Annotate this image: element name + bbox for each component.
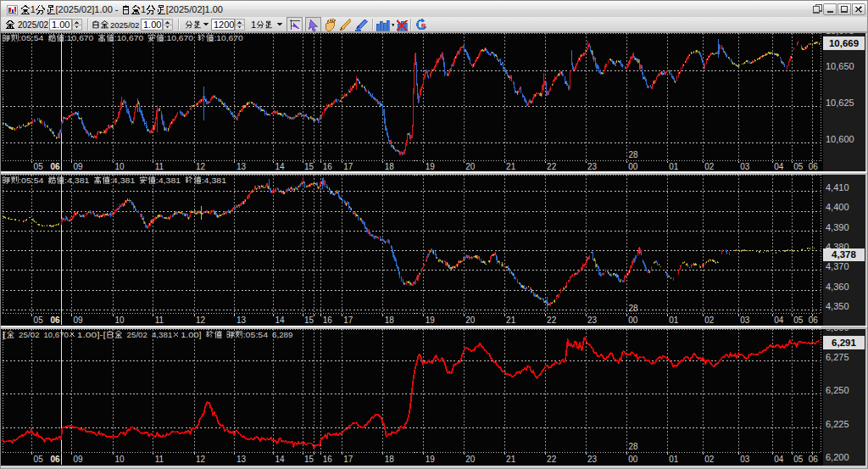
svg-text:04: 04 xyxy=(774,455,784,464)
svg-text:21: 21 xyxy=(506,455,516,464)
svg-text:03: 03 xyxy=(740,162,750,171)
svg-text::4,381: :4,381 xyxy=(202,176,226,185)
svg-text:6,291: 6,291 xyxy=(832,338,856,348)
svg-text:6,275: 6,275 xyxy=(826,352,849,362)
svg-text:15: 15 xyxy=(304,315,314,325)
svg-text::10,670: :10,670 xyxy=(164,33,194,42)
svg-text:05: 05 xyxy=(34,315,44,325)
svg-text:13: 13 xyxy=(236,455,247,464)
svg-text:16: 16 xyxy=(323,315,333,325)
svg-text:4,410: 4,410 xyxy=(826,182,849,193)
svg-text:21: 21 xyxy=(506,162,516,171)
svg-text:4,370: 4,370 xyxy=(826,261,849,271)
svg-text:10,670: 10,670 xyxy=(44,330,70,339)
svg-text:17: 17 xyxy=(343,315,353,325)
svg-text:28: 28 xyxy=(629,442,639,451)
svg-text:02: 02 xyxy=(704,315,715,325)
svg-text:15: 15 xyxy=(304,455,314,464)
svg-text:01: 01 xyxy=(669,315,679,325)
svg-text:05: 05 xyxy=(793,455,804,464)
svg-text:22: 22 xyxy=(547,162,557,171)
svg-text:10: 10 xyxy=(114,315,125,325)
svg-text:6,250: 6,250 xyxy=(826,385,849,395)
svg-text:28: 28 xyxy=(629,304,639,313)
svg-text:02: 02 xyxy=(704,455,715,464)
svg-text::4,381: :4,381 xyxy=(64,176,89,185)
svg-text:22: 22 xyxy=(547,455,557,464)
svg-text:06: 06 xyxy=(809,162,819,171)
svg-text::10,670: :10,670 xyxy=(214,33,243,42)
svg-text:19: 19 xyxy=(426,455,436,464)
svg-text:14: 14 xyxy=(275,315,286,325)
svg-text:6,200: 6,200 xyxy=(826,452,849,462)
svg-text::10,670: :10,670 xyxy=(64,33,94,42)
svg-text:R: R xyxy=(421,22,426,30)
svg-text:05: 05 xyxy=(793,315,804,325)
svg-text:10,650: 10,650 xyxy=(826,61,854,71)
svg-text::4,381: :4,381 xyxy=(110,176,135,185)
svg-text:13: 13 xyxy=(236,162,247,171)
svg-text:06: 06 xyxy=(50,162,60,171)
svg-text:00: 00 xyxy=(628,455,638,464)
svg-text:23: 23 xyxy=(587,162,598,171)
svg-text:1200: 1200 xyxy=(214,20,234,30)
svg-text:20: 20 xyxy=(465,455,476,464)
svg-text:06: 06 xyxy=(809,455,819,464)
svg-text:04: 04 xyxy=(774,315,784,325)
svg-text:4,350: 4,350 xyxy=(826,301,849,311)
svg-text:05: 05 xyxy=(34,162,44,171)
svg-text:28: 28 xyxy=(629,150,639,159)
svg-text:1: 1 xyxy=(31,4,36,14)
svg-text:22: 22 xyxy=(547,315,557,325)
svg-text:1: 1 xyxy=(141,4,146,14)
svg-text:4,378: 4,378 xyxy=(832,249,856,260)
svg-text:18: 18 xyxy=(385,455,395,464)
svg-text:09: 09 xyxy=(74,162,84,171)
svg-text:10,600: 10,600 xyxy=(826,134,854,144)
svg-text:10: 10 xyxy=(114,162,125,171)
svg-text:23: 23 xyxy=(587,455,598,464)
svg-text:6,289: 6,289 xyxy=(272,330,293,339)
svg-text::05:54: :05:54 xyxy=(19,176,44,185)
svg-text:12: 12 xyxy=(196,315,206,325)
svg-text:1.00: 1.00 xyxy=(143,20,161,30)
svg-text:15: 15 xyxy=(304,162,314,171)
svg-text:1.00]: 1.00] xyxy=(181,330,202,339)
svg-text:2025/02: 2025/02 xyxy=(18,20,49,30)
svg-text:04: 04 xyxy=(774,162,784,171)
svg-text:14: 14 xyxy=(275,162,286,171)
svg-text::05:54: :05:54 xyxy=(243,330,269,339)
svg-text:17: 17 xyxy=(343,455,353,464)
svg-text::10,670: :10,670 xyxy=(114,33,144,42)
svg-text:4,360: 4,360 xyxy=(826,282,849,292)
svg-text:01: 01 xyxy=(669,162,679,171)
svg-text:11: 11 xyxy=(155,315,164,325)
svg-text:4,400: 4,400 xyxy=(826,202,849,212)
svg-text:23: 23 xyxy=(587,315,598,325)
svg-text:20: 20 xyxy=(465,315,476,325)
svg-text:06: 06 xyxy=(50,315,60,325)
svg-text:[2025/02]1.00: [2025/02]1.00 xyxy=(166,4,223,14)
svg-text:4,390: 4,390 xyxy=(826,222,849,232)
svg-text:4,381: 4,381 xyxy=(152,330,173,339)
svg-text:00: 00 xyxy=(628,315,638,325)
svg-text:[2025/02]1.00 -: [2025/02]1.00 - xyxy=(56,4,119,14)
svg-text:19: 19 xyxy=(426,315,436,325)
svg-text::05:54: :05:54 xyxy=(19,33,44,42)
svg-text:[: [ xyxy=(3,330,7,339)
svg-text:11: 11 xyxy=(155,162,164,171)
svg-text:06: 06 xyxy=(809,315,819,325)
svg-text:02: 02 xyxy=(704,162,715,171)
svg-text:12: 12 xyxy=(196,455,206,464)
svg-text:10: 10 xyxy=(114,455,125,464)
svg-text:03: 03 xyxy=(740,315,750,325)
svg-text:03: 03 xyxy=(740,455,750,464)
svg-text:6,225: 6,225 xyxy=(826,419,849,429)
svg-text:2025/02: 2025/02 xyxy=(110,20,139,30)
svg-text:10,625: 10,625 xyxy=(826,98,854,108)
svg-text:01: 01 xyxy=(669,455,679,464)
svg-text:25/02: 25/02 xyxy=(127,330,148,339)
svg-text::4,381: :4,381 xyxy=(156,176,181,185)
svg-text:1: 1 xyxy=(251,20,256,30)
svg-text:18: 18 xyxy=(385,162,395,171)
